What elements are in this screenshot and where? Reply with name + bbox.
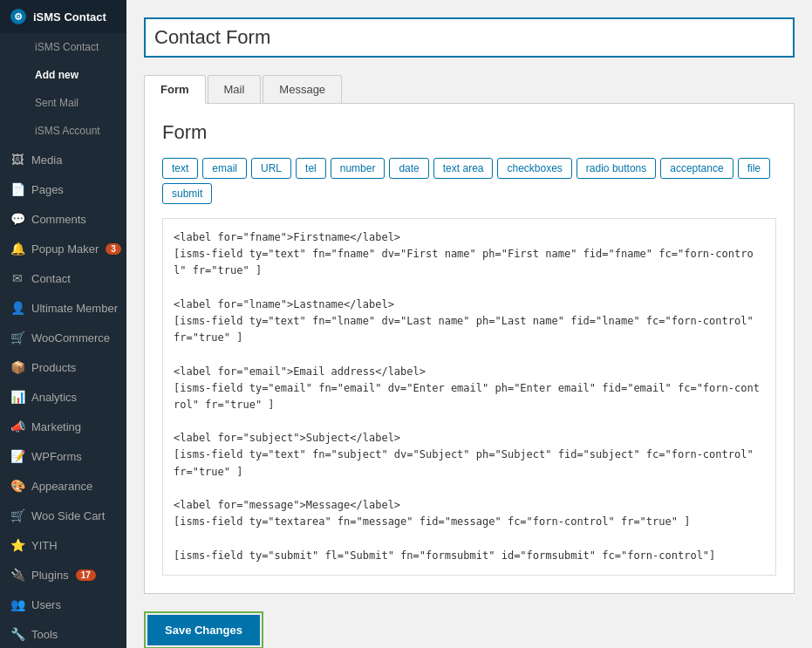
sidebar-item-woo-side-cart[interactable]: 🛒 Woo Side Cart: [0, 501, 126, 530]
sidebar-item-label: Appearance: [31, 480, 92, 493]
appearance-icon: 🎨: [10, 479, 24, 493]
field-btn-file[interactable]: file: [738, 158, 770, 179]
field-btn-radio-buttons[interactable]: radio buttons: [577, 158, 656, 179]
field-type-buttons: text email URL tel number date text area…: [162, 158, 776, 204]
sidebar-item-label: iSMS Account: [35, 125, 100, 137]
sidebar-item-label: Users: [31, 598, 61, 611]
tools-icon: 🔧: [10, 627, 24, 641]
comments-icon: 💬: [10, 212, 24, 226]
sidebar-item-label: WooCommerce: [31, 331, 110, 344]
tab-message[interactable]: Message: [263, 75, 342, 103]
ultimate-member-icon: 👤: [10, 301, 24, 315]
sidebar-item-isms-contact[interactable]: iSMS Contact: [0, 33, 126, 61]
post-title-input[interactable]: [144, 17, 795, 58]
pages-icon: 📄: [10, 182, 24, 196]
plugins-badge: 17: [76, 570, 96, 581]
field-btn-checkboxes[interactable]: checkboxes: [497, 158, 571, 179]
form-code-editor[interactable]: <label for="fname">Firstname</label> [is…: [162, 218, 776, 576]
save-changes-button[interactable]: Save Changes: [147, 615, 260, 645]
media-icon: 🖼: [10, 153, 24, 167]
sidebar-item-label: WPForms: [31, 450, 82, 463]
form-tab-content: Form text email URL tel number date text…: [144, 104, 795, 594]
field-btn-acceptance[interactable]: acceptance: [660, 158, 733, 179]
sidebar-plugin-title: iSMS Contact: [33, 10, 106, 24]
tabs-bar: Form Mail Message: [144, 75, 795, 104]
wpforms-icon: 📝: [10, 449, 24, 463]
field-btn-number[interactable]: number: [331, 158, 386, 179]
sidebar-item-pages[interactable]: 📄 Pages: [0, 174, 126, 204]
sidebar-item-label: Add new: [35, 69, 78, 81]
form-section-title: Form: [162, 121, 776, 144]
yith-icon: ⭐: [10, 538, 24, 552]
plugin-icon: ⚙: [10, 9, 26, 24]
sidebar-item-plugins[interactable]: 🔌 Plugins 17: [0, 560, 126, 590]
sidebar-item-label: Plugins: [31, 569, 69, 582]
sidebar-item-tools[interactable]: 🔧 Tools: [0, 619, 126, 648]
field-btn-url[interactable]: URL: [251, 158, 291, 179]
tab-form[interactable]: Form: [144, 75, 206, 104]
sidebar-item-analytics[interactable]: 📊 Analytics: [0, 382, 126, 412]
sidebar-item-label: Comments: [31, 213, 86, 226]
users-icon: 👥: [10, 597, 24, 611]
sidebar-item-contact[interactable]: ✉ Contact: [0, 263, 126, 293]
sidebar-item-isms-account[interactable]: iSMS Account: [0, 117, 126, 145]
sidebar-item-ultimate-member[interactable]: 👤 Ultimate Member: [0, 293, 126, 323]
sidebar-item-label: Sent Mail: [35, 97, 78, 109]
popup-maker-badge: 3: [106, 243, 121, 255]
sidebar-item-label: Popup Maker: [31, 242, 99, 256]
sidebar-item-label: Marketing: [31, 420, 81, 433]
sidebar-item-label: Media: [31, 153, 62, 167]
field-btn-email[interactable]: email: [202, 158, 247, 179]
popup-maker-icon: 🔔: [10, 242, 24, 256]
sidebar-item-marketing[interactable]: 📣 Marketing: [0, 412, 126, 441]
marketing-icon: 📣: [10, 419, 24, 433]
sidebar-item-add-new[interactable]: Add new: [0, 61, 126, 89]
save-changes-wrapper: Save Changes: [144, 611, 263, 648]
field-btn-text[interactable]: text: [162, 158, 198, 179]
sidebar-item-media[interactable]: 🖼 Media: [0, 145, 126, 174]
sidebar: ⚙ iSMS Contact iSMS Contact Add new Sent…: [0, 0, 126, 648]
contact-icon: ✉: [10, 271, 24, 285]
sidebar-item-sent-mail[interactable]: Sent Mail: [0, 89, 126, 117]
sidebar-item-products[interactable]: 📦 Products: [0, 352, 126, 382]
sidebar-item-appearance[interactable]: 🎨 Appearance: [0, 471, 126, 501]
sidebar-item-label: YITH: [31, 539, 58, 552]
woo-side-cart-icon: 🛒: [10, 508, 24, 522]
field-btn-submit[interactable]: submit: [162, 183, 212, 204]
sidebar-item-users[interactable]: 👥 Users: [0, 590, 126, 619]
sidebar-item-comments[interactable]: 💬 Comments: [0, 204, 126, 234]
sidebar-item-label: Contact: [31, 272, 71, 285]
sidebar-item-label: Woo Side Cart: [31, 509, 105, 522]
sidebar-header: ⚙ iSMS Contact: [0, 0, 126, 33]
sidebar-item-label: Pages: [31, 183, 64, 196]
sidebar-item-woocommerce[interactable]: 🛒 WooCommerce: [0, 323, 126, 352]
sidebar-item-label: Analytics: [31, 391, 77, 404]
main-content: Form Mail Message Form text email URL te…: [126, 0, 812, 648]
field-btn-textarea[interactable]: text area: [433, 158, 494, 179]
plugins-icon: 🔌: [10, 568, 24, 582]
products-icon: 📦: [10, 360, 24, 374]
tab-mail[interactable]: Mail: [208, 75, 262, 103]
woocommerce-icon: 🛒: [10, 331, 24, 344]
field-btn-tel[interactable]: tel: [296, 158, 326, 179]
analytics-icon: 📊: [10, 390, 24, 404]
sidebar-item-popup-maker[interactable]: 🔔 Popup Maker 3: [0, 234, 126, 263]
field-btn-date[interactable]: date: [389, 158, 428, 179]
sidebar-item-wpforms[interactable]: 📝 WPForms: [0, 441, 126, 471]
sidebar-item-yith[interactable]: ⭐ YITH: [0, 530, 126, 560]
isms-submenu: iSMS Contact Add new Sent Mail iSMS Acco…: [0, 33, 126, 145]
sidebar-item-label: iSMS Contact: [35, 41, 99, 53]
sidebar-item-label: Products: [31, 361, 76, 374]
sidebar-item-label: Ultimate Member: [31, 302, 118, 315]
sidebar-item-label: Tools: [31, 628, 58, 641]
